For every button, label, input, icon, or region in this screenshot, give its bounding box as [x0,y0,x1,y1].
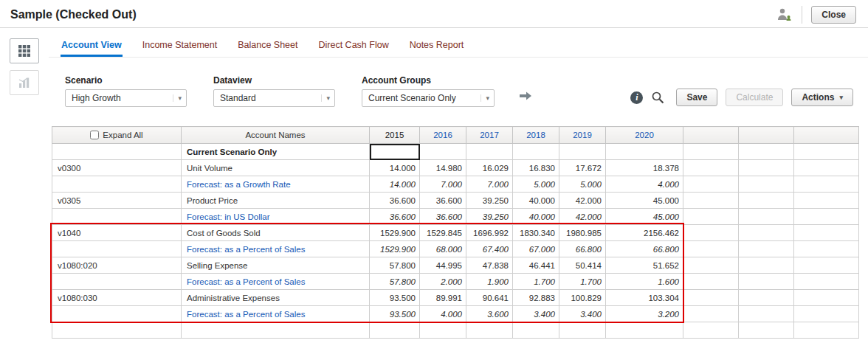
grid-view-button[interactable] [10,38,39,63]
tab-income-statement[interactable]: Income Statement [142,40,218,57]
value-cell[interactable]: 3.400 [559,306,606,322]
expand-all-checkbox[interactable] [90,131,99,139]
value-cell[interactable]: 36.600 [370,193,420,209]
value-cell[interactable]: 93.500 [370,290,420,306]
value-cell[interactable] [513,144,559,160]
value-cell[interactable]: 66.800 [606,241,683,257]
value-cell[interactable]: 93.500 [370,306,420,322]
actions-button[interactable]: Actions ▾ [791,89,853,106]
value-cell[interactable]: 89.991 [420,290,466,306]
value-cell[interactable]: 1.700 [513,274,559,290]
value-cell[interactable]: 36.600 [420,209,466,225]
value-cell[interactable]: 45.000 [606,193,683,209]
value-cell[interactable]: 1.600 [606,274,683,290]
year-header-2018[interactable]: 2018 [513,127,559,144]
value-cell[interactable]: 57.800 [370,274,420,290]
value-cell[interactable]: 4.000 [420,306,466,322]
value-cell[interactable]: 66.800 [559,241,606,257]
value-cell[interactable]: 40.000 [513,209,559,225]
value-cell[interactable]: 14.000 [370,176,420,193]
value-cell[interactable] [606,144,683,160]
chart-view-button[interactable] [10,70,39,95]
tab-direct-cash-flow[interactable]: Direct Cash Flow [318,40,390,57]
value-cell[interactable]: 3.200 [606,306,683,322]
value-cell[interactable]: 3.600 [466,306,513,322]
forecast-method-link[interactable]: Forecast: as a Percent of Sales [182,306,370,322]
year-header-2016[interactable]: 2016 [420,127,466,144]
value-cell[interactable]: 57.800 [370,257,420,274]
value-cell[interactable]: 45.000 [606,209,683,225]
value-cell[interactable]: 67.000 [513,241,559,257]
value-cell[interactable]: 16.029 [466,160,513,176]
info-icon[interactable]: i [630,91,643,104]
value-cell[interactable]: 1.700 [559,274,606,290]
value-cell[interactable]: 100.829 [559,290,606,306]
value-cell[interactable]: 2.000 [420,274,466,290]
year-header-2015[interactable]: 2015 [370,127,420,144]
value-cell[interactable]: 90.641 [466,290,513,306]
value-cell[interactable]: 42.000 [559,193,606,209]
value-cell[interactable]: 5.000 [559,176,606,193]
year-header-2017[interactable]: 2017 [466,127,513,144]
go-arrow-icon[interactable] [518,91,532,103]
value-cell[interactable]: 50.414 [559,257,606,274]
value-cell[interactable]: 2156.462 [606,225,683,241]
value-cell[interactable] [420,144,466,160]
tab-bar: Account ViewIncome StatementBalance Shee… [49,28,868,58]
value-cell[interactable]: 17.672 [559,160,606,176]
value-cell[interactable]: 14.980 [420,160,466,176]
value-cell[interactable]: 36.600 [420,193,466,209]
value-cell[interactable]: 1529.900 [370,225,420,241]
value-cell[interactable]: 42.000 [559,209,606,225]
scenario-dropdown[interactable]: High Growth ▾ [65,89,187,107]
forecast-method-link[interactable]: Forecast: in US Dollar [182,209,370,225]
value-cell[interactable]: 1529.900 [370,241,420,257]
value-cell[interactable]: 68.000 [420,241,466,257]
value-cell[interactable]: 51.652 [606,257,683,274]
value-cell[interactable]: 103.304 [606,290,683,306]
tab-account-view[interactable]: Account View [61,40,123,57]
tab-balance-sheet[interactable]: Balance Sheet [237,40,298,57]
grid-row: v1080:020Selling Expense57.80044.99547.8… [52,257,859,274]
value-cell[interactable]: 3.400 [513,306,559,322]
value-cell[interactable]: 1696.992 [466,225,513,241]
calculate-button[interactable]: Calculate [726,89,783,106]
value-cell[interactable]: 44.995 [420,257,466,274]
value-cell[interactable]: 39.250 [466,209,513,225]
value-cell[interactable]: 39.250 [466,193,513,209]
value-cell[interactable]: 67.400 [466,241,513,257]
filter-toolbar: Scenario High Growth ▾ Dataview Standard… [49,58,868,107]
value-cell[interactable]: 46.441 [513,257,559,274]
tab-notes-report[interactable]: Notes Report [409,40,465,57]
value-cell[interactable]: 36.600 [370,209,420,225]
search-icon[interactable] [651,91,665,105]
account-groups-dropdown[interactable]: Current Scenario Only ▾ [362,89,495,107]
dataview-dropdown[interactable]: Standard ▾ [213,89,335,107]
year-header-2019[interactable]: 2019 [559,127,606,144]
save-button[interactable]: Save [676,89,717,106]
value-cell[interactable] [466,144,513,160]
value-cell[interactable]: 1830.340 [513,225,559,241]
value-cell[interactable]: 14.000 [370,160,420,176]
value-cell[interactable]: 40.000 [513,193,559,209]
value-cell[interactable]: 1.900 [466,274,513,290]
value-cell[interactable]: 7.000 [420,176,466,193]
value-cell[interactable]: 1980.985 [559,225,606,241]
year-header-2020[interactable]: 2020 [606,127,683,144]
empty-cell [683,306,739,322]
value-cell[interactable] [559,144,606,160]
value-cell[interactable]: 18.378 [606,160,683,176]
user-status-icon[interactable] [776,7,793,21]
forecast-method-link[interactable]: Forecast: as a Percent of Sales [182,274,370,290]
selected-value-cell[interactable] [370,144,420,160]
value-cell[interactable]: 5.000 [513,176,559,193]
value-cell[interactable]: 92.883 [513,290,559,306]
value-cell[interactable]: 1529.845 [420,225,466,241]
value-cell[interactable]: 47.838 [466,257,513,274]
value-cell[interactable]: 4.000 [606,176,683,193]
close-button[interactable]: Close [811,6,856,24]
value-cell[interactable]: 16.830 [513,160,559,176]
forecast-method-link[interactable]: Forecast: as a Percent of Sales [182,241,370,257]
value-cell[interactable]: 7.000 [466,176,513,193]
forecast-method-link[interactable]: Forecast: as a Growth Rate [182,176,370,193]
